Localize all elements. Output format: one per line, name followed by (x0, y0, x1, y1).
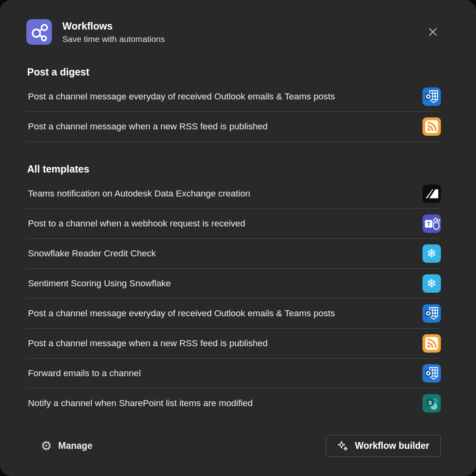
dialog-title: Workflows (62, 20, 165, 32)
workflow-template-title: Forward emails to a channel (26, 368, 141, 379)
workflow-template-title: Post a channel message when a new RSS fe… (26, 121, 268, 132)
close-icon (426, 26, 439, 38)
template-section: Post a digest Post a channel message eve… (26, 66, 441, 142)
workflow-template-title: Snowflake Reader Credit Check (26, 248, 156, 259)
workflow-template-title: Post a channel message everyday of recei… (26, 308, 335, 319)
workflow-template-title: Post a channel message everyday of recei… (26, 91, 335, 102)
sparkles-icon (337, 440, 348, 451)
snowflake-icon: ❄ (422, 274, 441, 293)
dialog-header: Workflows Save time with automations (26, 19, 441, 45)
template-row-list: Teams notification on Autodesk Data Exch… (26, 179, 441, 418)
workflow-template-title: Sentiment Scoring Using Snowflake (26, 278, 171, 289)
template-sections: Post a digest Post a channel message eve… (26, 45, 441, 418)
dialog-subtitle: Save time with automations (62, 34, 165, 44)
rss-icon (422, 117, 441, 136)
workflow-template-row[interactable]: Post a channel message everyday of recei… (26, 299, 441, 329)
workflow-template-row[interactable]: Post a channel message everyday of recei… (26, 82, 441, 112)
workflow-template-row[interactable]: Teams notification on Autodesk Data Exch… (26, 179, 441, 209)
section-title: Post a digest (27, 66, 441, 78)
workflow-builder-label: Workflow builder (355, 440, 429, 451)
dialog-header-text: Workflows Save time with automations (62, 19, 165, 44)
workflow-template-row[interactable]: Post a channel message when a new RSS fe… (26, 112, 441, 142)
workflow-template-row[interactable]: Snowflake Reader Credit Check ❄ (26, 239, 441, 269)
workflow-template-title: Post to a channel when a webhook request… (26, 218, 245, 229)
rss-icon (422, 334, 441, 353)
section-title: All templates (27, 163, 441, 175)
workflows-dialog: Workflows Save time with automations Pos… (0, 0, 476, 476)
snowflake-icon: ❄ (422, 244, 441, 263)
close-button[interactable] (425, 24, 441, 40)
workflows-app-icon (26, 19, 52, 45)
workflow-template-row[interactable]: Notify a channel when SharePoint list it… (26, 389, 441, 418)
gear-icon: ⚙ (41, 440, 52, 452)
workflow-template-title: Teams notification on Autodesk Data Exch… (26, 188, 250, 199)
workflow-template-row[interactable]: Post a channel message when a new RSS fe… (26, 329, 441, 359)
teams-icon: T (422, 214, 441, 233)
workflow-template-title: Post a channel message when a new RSS fe… (26, 338, 268, 349)
dialog-footer: ⚙ Manage Workflow builder (26, 435, 441, 457)
workflow-template-row[interactable]: Post to a channel when a webhook request… (26, 209, 441, 239)
svg-text:T: T (427, 221, 430, 227)
outlook-icon (422, 304, 441, 323)
template-row-list: Post a channel message everyday of recei… (26, 82, 441, 142)
svg-text:S: S (428, 400, 432, 406)
workflow-builder-button[interactable]: Workflow builder (326, 435, 441, 457)
outlook-icon (422, 87, 441, 106)
manage-button[interactable]: ⚙ Manage (38, 436, 95, 455)
autodesk-icon (422, 184, 441, 203)
template-section: All templates Teams notification on Auto… (26, 163, 441, 418)
manage-button-label: Manage (58, 440, 93, 451)
workflow-template-title: Notify a channel when SharePoint list it… (26, 398, 253, 409)
sharepoint-icon: S (422, 394, 441, 413)
workflow-template-row[interactable]: Sentiment Scoring Using Snowflake ❄ (26, 269, 441, 299)
outlook-icon (422, 364, 441, 383)
workflow-template-row[interactable]: Forward emails to a channel (26, 359, 441, 389)
